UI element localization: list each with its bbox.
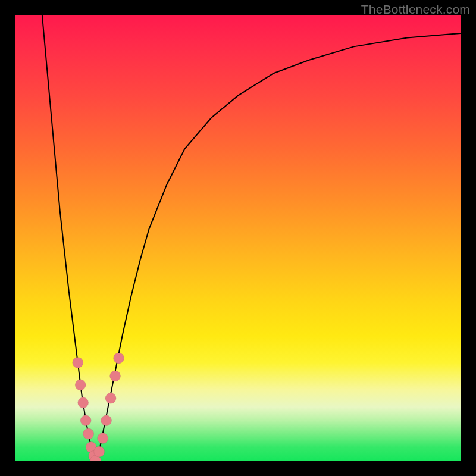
chart-stage: TheBottleneck.com <box>0 0 476 476</box>
curve-marker <box>75 380 86 390</box>
curve-marker <box>105 393 116 403</box>
chart-svg <box>15 15 461 461</box>
bottleneck-curve <box>42 15 461 461</box>
curve-marker <box>98 433 108 444</box>
curve-marker <box>83 428 94 439</box>
curve-marker <box>110 371 121 381</box>
curve-marker <box>78 397 89 408</box>
plot-area <box>15 15 461 461</box>
curve-marker <box>114 353 124 364</box>
watermark-text: TheBottleneck.com <box>361 2 470 17</box>
curve-marker <box>80 415 91 426</box>
curve-marker <box>73 357 83 368</box>
curve-markers <box>73 353 124 461</box>
curve-marker <box>101 415 112 426</box>
curve-marker <box>94 446 105 457</box>
